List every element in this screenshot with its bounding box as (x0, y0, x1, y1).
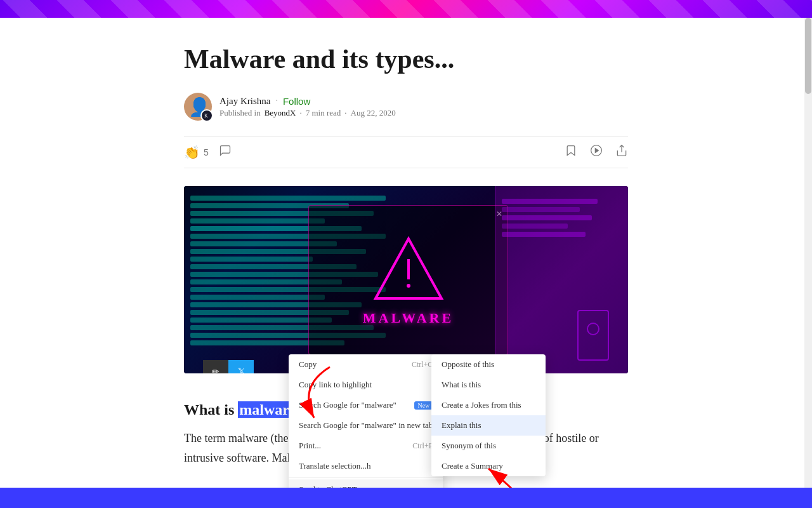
chatgpt-label: Send to ChatGPT (299, 485, 357, 488)
clap-button[interactable]: 👏 5 (184, 145, 209, 160)
submenu-arrow: › (389, 485, 391, 488)
share-button[interactable] (615, 144, 628, 160)
author-name[interactable]: Ajay Krishna (219, 96, 270, 107)
bottom-bar (0, 488, 812, 508)
twitter-icon: 𝕏 (238, 366, 245, 374)
context-menu-copy[interactable]: Copy Ctrl+C (289, 354, 443, 375)
search-google-label: Search Google for "malware" (299, 400, 396, 410)
sub-menu: Opposite of this What is this Create a J… (431, 354, 546, 476)
print-label: Print... (299, 441, 321, 451)
meta-dot-2: · (344, 108, 346, 118)
read-time: 7 min read (306, 108, 341, 118)
author-name-row: Ajay Krishna · Follow (219, 96, 396, 107)
save-button[interactable] (565, 144, 577, 160)
print-shortcut: Ctrl+P (412, 441, 433, 451)
top-banner (0, 0, 812, 18)
edit-icon: ✏ (212, 366, 219, 374)
action-right (565, 144, 628, 160)
copy-label: Copy (299, 359, 317, 370)
action-bar: 👏 5 (184, 136, 628, 168)
twitter-share-button[interactable]: 𝕏 (228, 360, 254, 373)
submenu-what-is[interactable]: What is this (431, 375, 546, 395)
svg-marker-2 (595, 149, 598, 153)
svg-text:K: K (204, 113, 208, 119)
warning-box: ✕ MALWARE (308, 205, 508, 355)
submenu-synonym[interactable]: Synonym of this (431, 436, 546, 456)
submenu-summary[interactable]: Create a Summary (431, 456, 546, 476)
comment-button[interactable] (219, 144, 232, 160)
dot-separator: · (275, 96, 278, 106)
search-google-tab-label: Search Google for "malware" in new tab (299, 420, 433, 431)
author-info: Ajay Krishna · Follow Published in Beyon… (219, 96, 396, 118)
what-is-label: What is this (442, 380, 481, 389)
article-image: ✕ MALWARE (184, 186, 628, 373)
svg-point-6 (407, 284, 410, 288)
copy-link-label: Copy link to highlight (299, 380, 372, 390)
article-title: Malware and its types... (184, 43, 628, 75)
context-menu-translate[interactable]: Translate selection...h (289, 456, 443, 476)
context-menu-search-google[interactable]: Search Google for "malware" New (289, 395, 443, 415)
image-background: ✕ MALWARE (184, 186, 628, 373)
publish-date: Aug 22, 2020 (351, 108, 396, 118)
context-menu-search-google-tab[interactable]: Search Google for "malware" in new tab (289, 415, 443, 436)
context-menu-print[interactable]: Print... Ctrl+P (289, 436, 443, 456)
new-badge: New (414, 401, 433, 410)
article-meta: Published in BeyondX · 7 min read · Aug … (219, 108, 396, 118)
summary-label: Create a Summary (442, 461, 503, 471)
right-panel (495, 186, 628, 373)
submenu-opposite[interactable]: Opposite of this (431, 354, 546, 375)
scrollbar[interactable] (804, 18, 812, 488)
context-menu-chatgpt[interactable]: Send to ChatGPT › (289, 479, 443, 488)
scrollbar-thumb[interactable] (805, 18, 811, 94)
play-button[interactable] (590, 144, 603, 160)
share-overlay: ✏ 𝕏 (203, 360, 254, 373)
submenu-explain[interactable]: Explain this (431, 415, 546, 436)
translate-label: Translate selection...h (299, 461, 371, 471)
published-in-label: Published in (219, 108, 261, 118)
synonym-label: Synonym of this (442, 441, 496, 450)
copy-shortcut: Ctrl+C (412, 360, 433, 370)
context-menu: Copy Ctrl+C Copy link to highlight Searc… (289, 354, 443, 488)
context-menu-divider (289, 478, 443, 478)
action-left: 👏 5 (184, 144, 232, 160)
edit-share-button[interactable]: ✏ (203, 360, 228, 373)
follow-button[interactable]: Follow (283, 96, 310, 107)
main-content: Malware and its types... K Ajay Krishna … (0, 18, 812, 488)
author-section: K Ajay Krishna · Follow Published in Bey… (184, 93, 628, 121)
publication-badge: K (200, 109, 213, 122)
malware-label: MALWARE (363, 310, 454, 326)
submenu-jokes[interactable]: Create a Jokes from this (431, 395, 546, 415)
clap-icon: 👏 (184, 145, 200, 160)
explain-label: Explain this (442, 420, 481, 430)
context-menu-copy-link[interactable]: Copy link to highlight (289, 375, 443, 395)
publication-link[interactable]: BeyondX (265, 108, 296, 118)
jokes-label: Create a Jokes from this (442, 400, 521, 410)
meta-dot-1: · (300, 108, 302, 118)
clap-count: 5 (204, 147, 209, 157)
opposite-label: Opposite of this (442, 359, 494, 369)
